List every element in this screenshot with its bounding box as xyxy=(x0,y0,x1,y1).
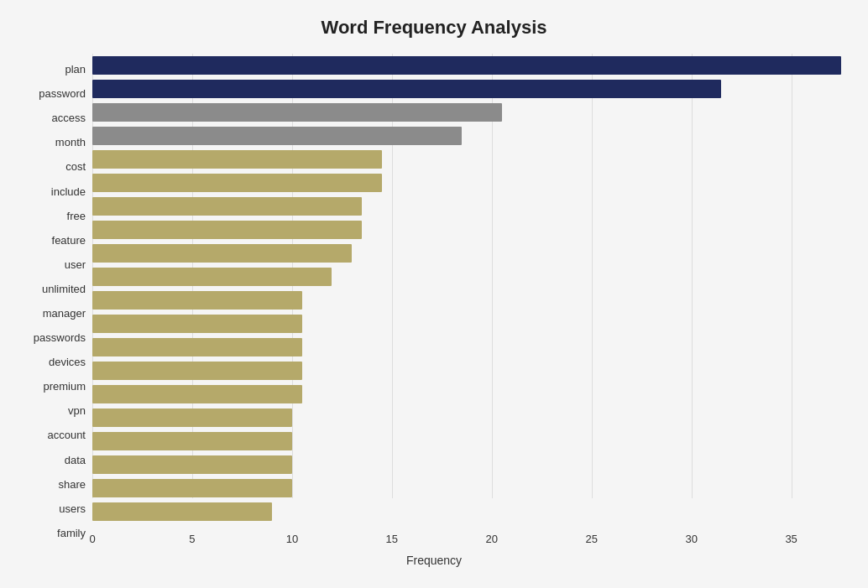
bar-row xyxy=(92,407,851,429)
bar xyxy=(92,221,362,239)
y-label: passwords xyxy=(34,327,86,349)
y-label: plan xyxy=(65,59,86,81)
bar-row xyxy=(92,501,851,523)
y-label: access xyxy=(52,107,86,129)
bar-row xyxy=(92,242,851,264)
chart-container: Word Frequency Analysis planpasswordacce… xyxy=(0,0,868,588)
bar-row xyxy=(92,148,851,170)
bar xyxy=(92,150,382,169)
bar xyxy=(92,80,721,98)
bar-row xyxy=(92,172,851,194)
bar xyxy=(92,315,302,333)
bar-row xyxy=(92,195,851,217)
bar xyxy=(92,362,302,380)
y-label: month xyxy=(55,132,86,154)
y-axis: planpasswordaccessmonthcostincludefreefe… xyxy=(17,54,92,549)
bar-row xyxy=(92,125,851,147)
bar xyxy=(92,455,292,474)
y-label: user xyxy=(65,253,86,275)
y-label: vpn xyxy=(68,400,86,422)
bar xyxy=(92,103,502,122)
bar-row xyxy=(92,383,851,405)
y-label: manager xyxy=(43,302,86,324)
bar xyxy=(92,174,382,192)
bar-row xyxy=(92,360,851,382)
bar-row xyxy=(92,78,851,100)
bar-row xyxy=(92,289,851,311)
bar xyxy=(92,432,292,450)
bar xyxy=(92,385,302,403)
bar-row xyxy=(92,219,851,241)
y-label: account xyxy=(47,424,86,446)
y-label: family xyxy=(57,522,86,544)
bar-row xyxy=(92,101,851,123)
y-label: premium xyxy=(43,376,86,398)
y-label: cost xyxy=(65,156,86,178)
bar-row xyxy=(92,477,851,499)
bar xyxy=(92,479,292,497)
bar xyxy=(92,502,272,521)
bar xyxy=(92,197,362,216)
y-label: unlimited xyxy=(42,278,86,299)
y-label: data xyxy=(65,449,86,471)
chart-title: Word Frequency Analysis xyxy=(17,17,851,39)
bar-row xyxy=(92,454,851,476)
bars-and-grid: 05101520253035 xyxy=(92,54,851,549)
bar xyxy=(92,56,841,75)
bar xyxy=(92,291,302,310)
y-label: password xyxy=(39,83,86,105)
y-label: users xyxy=(59,497,86,519)
bar-row xyxy=(92,55,851,76)
bar xyxy=(92,127,462,145)
bar-row xyxy=(92,266,851,288)
y-label: free xyxy=(67,205,86,226)
bar xyxy=(92,244,352,263)
chart-area: planpasswordaccessmonthcostincludefreefe… xyxy=(17,54,851,549)
y-label: devices xyxy=(49,351,86,373)
bars-wrapper xyxy=(92,54,851,549)
bar xyxy=(92,408,292,427)
bar-row xyxy=(92,336,851,358)
bar xyxy=(92,268,332,286)
y-label: share xyxy=(58,473,86,495)
bar xyxy=(92,338,302,356)
bar-row xyxy=(92,430,851,452)
y-label: include xyxy=(51,180,86,202)
bar-row xyxy=(92,313,851,335)
y-label: feature xyxy=(52,229,86,251)
x-axis-title: Frequency xyxy=(17,554,851,567)
